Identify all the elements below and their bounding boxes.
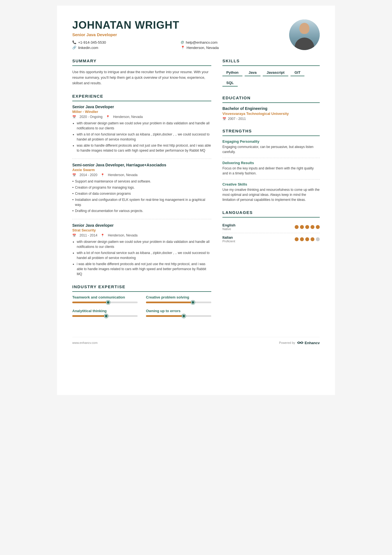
summary-text: Use this opportunity to intrigue and dra…: [72, 69, 211, 86]
lang-item-english: English Native: [222, 221, 320, 233]
lang-dot-e5: [316, 225, 320, 229]
contact-grid: 📞 +1-914-345-5530 @ help@enhancv.com 🔗 l…: [72, 40, 281, 50]
exp-bullet-2-4: Installation and configuration of ELK sy…: [72, 197, 211, 207]
strength-divider-1: [222, 158, 320, 158]
exp-divider-2: [72, 219, 211, 219]
skill-git: GIT: [291, 69, 304, 76]
edu-degree: Bachelor of Engineering: [222, 106, 320, 111]
lang-info-italian: Italian Proficient: [222, 235, 235, 243]
linkedin-icon: 🔗: [72, 46, 76, 50]
industry-section: INDUSTRY EXPERTISE Teamwork and communic…: [72, 284, 211, 318]
experience-divider: [72, 101, 211, 101]
progress-bar-4: [146, 315, 211, 317]
strength-text-3: Use my creative thinking and resourceful…: [222, 187, 320, 202]
lang-dot-i4: [311, 237, 314, 241]
summary-title: SUMMARY: [72, 58, 211, 63]
exp-bullet-2-1: Support and maintenance of services and …: [72, 179, 211, 184]
header-left: JOHNATAN WRIGHT Senior Java Developer 📞 …: [72, 19, 281, 50]
exp-bullets-1: with observer design pattern we could so…: [72, 121, 211, 153]
location-icon: 📍: [181, 46, 185, 50]
experience-section: EXPERIENCE Senior Java Developer Miller …: [72, 94, 211, 277]
exp-item-1: Senior Java Developer Miller - Windler 📅…: [72, 105, 211, 153]
exp-bullet-2-3: Creation of data conversion programs: [72, 191, 211, 196]
progress-fill-4: [146, 315, 184, 317]
strengths-title: STRENGTHS: [222, 129, 320, 133]
lang-item-italian: Italian Proficient: [222, 233, 320, 245]
strength-item-2: Delivering Results Focus on the key inpu…: [222, 161, 320, 176]
edu-dates: 2007 - 2011: [228, 117, 246, 121]
lang-level-english: Native: [222, 227, 235, 231]
exp-bullet-1-3: was able to handle different protocols a…: [77, 143, 211, 153]
industry-label-1: Teamwork and communication: [72, 295, 138, 299]
calendar-icon-2: 📅: [72, 173, 76, 177]
contact-phone: 📞 +1-914-345-5530: [72, 40, 172, 45]
calendar-icon-1: 📅: [72, 115, 76, 119]
strength-divider-2: [222, 179, 320, 179]
summary-divider: [72, 65, 211, 66]
exp-location-1: Henderson, Nevada: [113, 115, 143, 119]
industry-item-4: Owning up to errors: [146, 309, 211, 318]
skill-python: Python: [222, 69, 242, 76]
powered-by-text: Powered by: [279, 341, 295, 344]
strengths-section: STRENGTHS Engaging Personality Engaging …: [222, 129, 320, 202]
languages-title: LANGUAGES: [222, 210, 320, 215]
exp-bullets-3: with observer design pattern we could so…: [72, 239, 211, 277]
industry-divider: [72, 291, 211, 292]
location-icon-2: 📍: [101, 173, 105, 177]
exp-dates-1: 2020 - Ongoing: [80, 115, 103, 119]
strength-title-3: Creative Skills: [222, 182, 320, 186]
photo-head: [299, 23, 309, 34]
strength-item-1: Engaging Personality Engaging communicat…: [222, 139, 320, 154]
enhancv-brand: Enhancv: [305, 341, 320, 345]
skills-title: SKILLS: [222, 58, 320, 63]
strengths-divider: [222, 135, 320, 136]
edu-university: Visvesvaraya Technological University: [222, 112, 320, 116]
progress-dot-1: [106, 300, 110, 304]
exp-divider-1: [72, 159, 211, 159]
industry-item-2: Creative problem solving: [146, 295, 211, 304]
industry-label-3: Analytitical thinking: [72, 309, 138, 313]
exp-company-2: Aexie Swarm: [72, 168, 211, 172]
footer-url: www.enhancv.com: [72, 341, 98, 344]
edu-calendar-icon: 📅: [222, 117, 226, 121]
exp-bullets-2: Support and maintenance of services and …: [72, 179, 211, 213]
exp-meta-2: 📅 2014 - 2020 📍 Henderson, Nevada: [72, 173, 211, 177]
skills-section: SKILLS Python Java Javascript GIT SQL: [222, 58, 320, 88]
industry-label-2: Creative problem solving: [146, 295, 211, 299]
left-column: SUMMARY Use this opportunity to intrigue…: [72, 58, 211, 326]
strength-item-3: Creative Skills Use my creative thinking…: [222, 182, 320, 202]
strength-text-2: Focus on the key inputs and deliver them…: [222, 166, 320, 176]
progress-dot-2: [191, 300, 195, 304]
phone-number: +1-914-345-5530: [78, 40, 106, 45]
industry-title: INDUSTRY EXPERTISE: [72, 284, 211, 289]
location-text: Henderson, Nevada: [187, 46, 219, 50]
progress-dot-3: [104, 314, 108, 318]
lang-info-english: English Native: [222, 223, 235, 231]
progress-bar-2: [146, 302, 211, 303]
exp-bullet-1-1: with observer design pattern we could so…: [77, 121, 211, 131]
exp-item-2: Semi-senior Java Developer, Harriague+As…: [72, 163, 211, 213]
calendar-icon-3: 📅: [72, 234, 76, 237]
lang-dots-english: [295, 225, 320, 229]
strength-title-2: Delivering Results: [222, 161, 320, 165]
email-address: help@enhancv.com: [186, 40, 217, 45]
exp-location-2: Henderson, Nevada: [108, 173, 138, 177]
skill-sql: SQL: [222, 80, 238, 87]
location-icon-3: 📍: [101, 234, 105, 237]
progress-fill-2: [146, 302, 193, 303]
email-icon: @: [181, 40, 184, 44]
summary-section: SUMMARY Use this opportunity to intrigue…: [72, 58, 211, 86]
contact-email: @ help@enhancv.com: [181, 40, 281, 45]
industry-item-3: Analytitical thinking: [72, 309, 138, 318]
exp-job-title-3: Senior Java developer: [72, 223, 211, 228]
exp-location-3: Henderson, Nevada: [108, 233, 138, 237]
linkedin-url: linkedin.com: [78, 46, 98, 50]
languages-section: LANGUAGES English Native: [222, 210, 320, 245]
enhancv-icon: [297, 341, 304, 345]
candidate-photo: [289, 19, 320, 50]
education-section: EDUCATION Bachelor of Engineering Visves…: [222, 95, 320, 121]
location-icon-1: 📍: [106, 115, 110, 119]
lang-dots-italian: [295, 237, 320, 241]
skill-java: Java: [245, 69, 260, 76]
lang-name-italian: Italian: [222, 235, 235, 240]
